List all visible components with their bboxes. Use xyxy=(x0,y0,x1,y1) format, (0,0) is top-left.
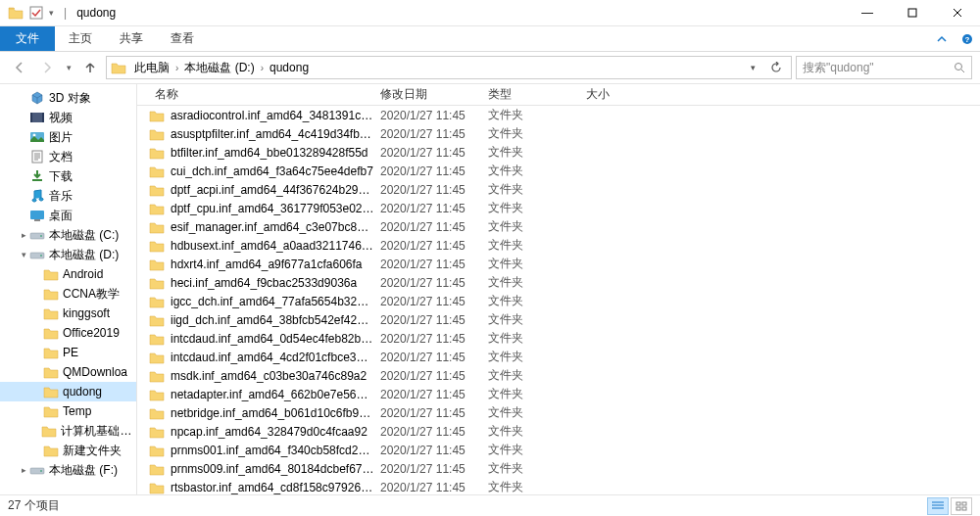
tree-item[interactable]: ▾本地磁盘 (D:) xyxy=(0,245,136,264)
tree-item[interactable]: kinggsoft xyxy=(0,304,136,323)
file-name: intcdaud.inf_amd64_0d54ec4feb82b9... xyxy=(171,332,374,346)
tree-item-label: Office2019 xyxy=(63,326,120,340)
tree-item[interactable]: ▸本地磁盘 (C:) xyxy=(0,225,136,245)
tree-item[interactable]: Office2019 xyxy=(0,323,136,343)
tree-item[interactable]: 视频 xyxy=(0,108,136,127)
file-type: 文件夹 xyxy=(482,274,580,291)
file-row[interactable]: dptf_acpi.inf_amd64_44f367624b292f...202… xyxy=(137,180,980,199)
dropdown-icon[interactable]: ▾ xyxy=(49,8,54,18)
up-button[interactable] xyxy=(78,56,102,79)
address-bar[interactable]: 此电脑 › 本地磁盘 (D:) › qudong ▾ xyxy=(106,56,792,79)
view-icons-button[interactable] xyxy=(951,497,972,515)
navigation-tree[interactable]: 3D 对象视频图片文档下载音乐桌面▸本地磁盘 (C:)▾本地磁盘 (D:)And… xyxy=(0,84,137,494)
tab-share[interactable]: 共享 xyxy=(106,26,157,51)
svg-point-4 xyxy=(956,64,962,70)
recent-dropdown[interactable]: ▾ xyxy=(63,56,74,79)
folder-icon xyxy=(149,127,165,141)
tree-item[interactable]: 音乐 xyxy=(0,186,136,206)
tree-item[interactable]: 新建文件夹 xyxy=(0,441,136,460)
file-row[interactable]: netadapter.inf_amd64_662b0e7e568b...2020… xyxy=(137,385,980,403)
column-size[interactable]: 大小 xyxy=(580,86,678,103)
tree-item[interactable]: 3D 对象 xyxy=(0,88,136,108)
folder-icon xyxy=(149,202,165,215)
file-row[interactable]: iigd_dch.inf_amd64_38bfcb542ef4272e2020/… xyxy=(137,310,980,329)
file-date: 2020/1/27 11:45 xyxy=(374,258,482,271)
svg-rect-12 xyxy=(34,219,40,221)
folder-icon xyxy=(149,369,165,383)
file-name: dptf_acpi.inf_amd64_44f367624b292f... xyxy=(171,183,374,197)
minimize-button[interactable]: — xyxy=(845,0,890,26)
file-row[interactable]: heci.inf_amd64_f9cbac2533d9036a2020/1/27… xyxy=(137,273,980,292)
file-row[interactable]: rtsbastor.inf_amd64_cd8f158c979261...202… xyxy=(137,478,980,494)
file-row[interactable]: npcap.inf_amd64_328479d0c4fcaa922020/1/2… xyxy=(137,422,980,441)
breadcrumb[interactable]: 此电脑 xyxy=(132,60,172,76)
breadcrumb[interactable]: 本地磁盘 (D:) xyxy=(182,60,256,76)
close-button[interactable] xyxy=(935,0,980,26)
file-name: hdxrt4.inf_amd64_a9f677a1cfa606fa xyxy=(171,258,374,271)
file-tab[interactable]: 文件 xyxy=(0,26,55,51)
folder-icon xyxy=(149,239,165,253)
chevron-right-icon[interactable]: › xyxy=(261,63,264,73)
tab-view[interactable]: 查看 xyxy=(157,26,208,51)
expand-icon[interactable]: ▾ xyxy=(18,250,29,259)
tree-item[interactable]: PE xyxy=(0,343,136,362)
column-type[interactable]: 类型 xyxy=(482,86,580,103)
file-row[interactable]: prnms001.inf_amd64_f340cb58fcd232...2020… xyxy=(137,441,980,459)
file-row[interactable]: btfilter.inf_amd64_bbe013289428f55d2020/… xyxy=(137,143,980,162)
tree-item[interactable]: 桌面 xyxy=(0,206,136,225)
forward-button[interactable] xyxy=(35,56,59,79)
file-row[interactable]: hdbusext.inf_amd64_a0aad32117464...2020/… xyxy=(137,236,980,255)
file-row[interactable]: igcc_dch.inf_amd64_77afa5654b3256752020/… xyxy=(137,292,980,310)
folder-icon xyxy=(149,444,165,457)
column-date[interactable]: 修改日期 xyxy=(374,86,482,103)
folder-icon xyxy=(149,351,165,364)
file-date: 2020/1/27 11:45 xyxy=(374,332,482,346)
tree-item-label: PE xyxy=(63,346,78,359)
doc-icon xyxy=(29,150,45,164)
tree-item[interactable]: Android xyxy=(0,264,136,284)
search-input[interactable]: 搜索"qudong" xyxy=(796,56,972,79)
view-details-button[interactable] xyxy=(927,497,949,515)
tree-item[interactable]: 图片 xyxy=(0,127,136,147)
tree-item[interactable]: 文档 xyxy=(0,147,136,166)
file-row[interactable]: esif_manager.inf_amd64_c3e07bc8cd...2020… xyxy=(137,217,980,236)
tree-item[interactable]: QMDownloa xyxy=(0,362,136,382)
file-row[interactable]: intcdaud.inf_amd64_0d54ec4feb82b9...2020… xyxy=(137,329,980,348)
expand-icon[interactable]: ▸ xyxy=(18,465,29,475)
file-row[interactable]: intcdaud.inf_amd64_4cd2f01cfbce31602020/… xyxy=(137,348,980,366)
chevron-right-icon[interactable]: › xyxy=(175,63,178,73)
tree-item[interactable]: 计算机基础与应 xyxy=(0,421,136,441)
file-row[interactable]: dptf_cpu.inf_amd64_361779f053e025ac2020/… xyxy=(137,199,980,217)
file-type: 文件夹 xyxy=(482,404,580,421)
refresh-button[interactable] xyxy=(765,57,787,78)
help-button[interactable]: ? xyxy=(955,26,980,51)
tree-item[interactable]: 下载 xyxy=(0,166,136,186)
breadcrumb[interactable]: qudong xyxy=(268,61,311,74)
tree-item[interactable]: ▸本地磁盘 (F:) xyxy=(0,460,136,480)
column-name[interactable]: 名称 xyxy=(149,86,374,103)
expand-icon[interactable]: ▸ xyxy=(18,230,29,240)
tree-item[interactable]: CCNA教学 xyxy=(0,284,136,304)
file-row[interactable]: cui_dch.inf_amd64_f3a64c75ee4defb72020/1… xyxy=(137,162,980,180)
file-row[interactable]: prnms009.inf_amd64_80184dcbef677...2020/… xyxy=(137,459,980,478)
file-list[interactable]: asradiocontrol.inf_amd64_3481391c8...202… xyxy=(137,106,980,494)
tree-item-label: 桌面 xyxy=(49,208,73,224)
drive-icon xyxy=(29,248,45,261)
ribbon-collapse-button[interactable] xyxy=(929,26,955,51)
column-headers: 名称 修改日期 类型 大小 xyxy=(137,84,980,106)
file-type: 文件夹 xyxy=(482,200,580,216)
file-row[interactable]: asusptpfilter.inf_amd64_4c419d34fb9...20… xyxy=(137,124,980,143)
tab-home[interactable]: 主页 xyxy=(55,26,106,51)
tree-item[interactable]: qudong xyxy=(0,382,136,401)
address-dropdown[interactable]: ▾ xyxy=(742,57,763,78)
tree-item[interactable]: Temp xyxy=(0,401,136,421)
maximize-button[interactable] xyxy=(890,0,935,26)
back-button[interactable] xyxy=(8,56,31,79)
file-row[interactable]: netbridge.inf_amd64_b061d10c6fb98...2020… xyxy=(137,403,980,422)
file-row[interactable]: msdk.inf_amd64_c03be30a746c89a22020/1/27… xyxy=(137,366,980,385)
file-name: igcc_dch.inf_amd64_77afa5654b325675 xyxy=(171,295,374,308)
file-row[interactable]: asradiocontrol.inf_amd64_3481391c8...202… xyxy=(137,106,980,124)
file-type: 文件夹 xyxy=(482,460,580,477)
checkbox-icon xyxy=(29,6,43,20)
file-row[interactable]: hdxrt4.inf_amd64_a9f677a1cfa606fa2020/1/… xyxy=(137,255,980,273)
